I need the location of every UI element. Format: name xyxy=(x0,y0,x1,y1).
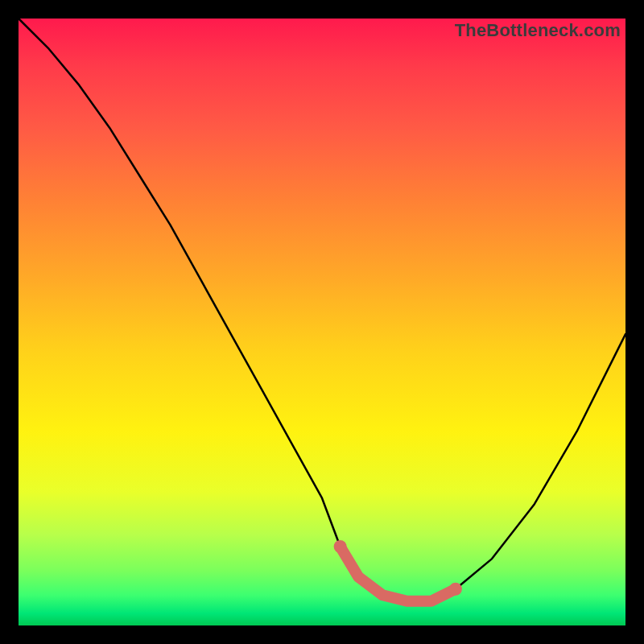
bottleneck-curve-line xyxy=(19,19,625,601)
chart-svg xyxy=(19,19,625,625)
sweet-spot-marker-line xyxy=(341,547,456,601)
sweet-spot-end-dot xyxy=(449,583,462,596)
sweet-spot-start-dot xyxy=(334,540,347,553)
chart-frame: TheBottleneck.com xyxy=(19,19,625,625)
